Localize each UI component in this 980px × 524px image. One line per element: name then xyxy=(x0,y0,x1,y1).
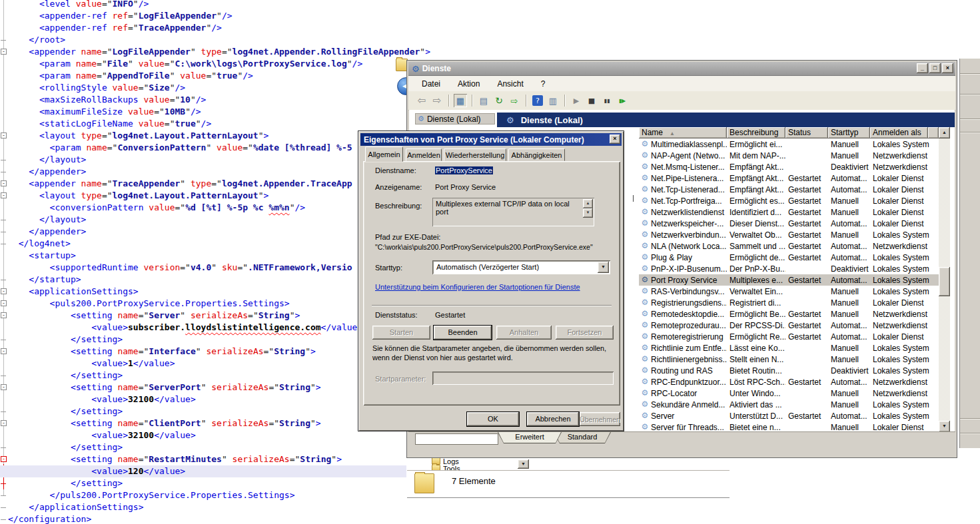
fold-marker[interactable]: - xyxy=(1,420,7,426)
table-row[interactable]: ⚙Sekundäre Anmeld...Aktiviert das ...Man… xyxy=(639,399,939,410)
column-header-starttyp[interactable]: Starttyp xyxy=(828,127,870,138)
table-row[interactable]: ⚙Netzwerkverbindun...Verwaltet Ob...Gest… xyxy=(639,229,939,240)
close-icon[interactable]: × xyxy=(610,134,620,144)
description-field[interactable]: Multiplexes external TCP/IP data on loca… xyxy=(432,198,594,226)
column-header-status[interactable]: Status xyxy=(785,127,828,138)
start-service-icon[interactable]: ▶ xyxy=(570,94,583,107)
window-titlebar[interactable]: ⚙ Dienste _□× xyxy=(408,62,955,76)
start-params-label: Startparameter: xyxy=(375,375,426,383)
refresh-icon[interactable]: ↻ xyxy=(492,94,506,107)
export-list-icon[interactable]: ⇨ xyxy=(508,94,521,107)
table-row[interactable]: ⚙RAS-Verbindungsv...Verwaltet Ein...Manu… xyxy=(639,286,939,297)
ok-button[interactable]: OK xyxy=(467,412,519,426)
table-row[interactable]: ⚙Remotedesktopdie...Ermöglicht Be...Gest… xyxy=(639,308,939,320)
service-logon-as: Lokaler Dienst xyxy=(870,196,939,206)
list-item[interactable]: Tools xyxy=(407,464,460,470)
service-gear-icon: ⚙ xyxy=(639,196,651,206)
help-icon[interactable]: ? xyxy=(532,95,543,106)
startup-help-link[interactable]: Unterstützung beim Konfigurieren der Sta… xyxy=(375,283,580,291)
explorer-folder-list[interactable]: Logs Tools xyxy=(407,458,730,470)
fold-marker[interactable]: - xyxy=(1,384,7,390)
properties-icon[interactable]: ▤ xyxy=(477,94,490,107)
fold-marker[interactable]: - xyxy=(1,300,7,306)
fold-marker[interactable]: - xyxy=(1,348,7,354)
table-row[interactable]: ⚙Richtlinie zum Entfe...Lässt eine Ko...… xyxy=(639,342,939,354)
minimize-button[interactable]: _ xyxy=(917,63,928,73)
tab-wiederherstellung[interactable]: Wiederherstellung xyxy=(444,148,506,161)
tab-erweitert[interactable]: Erweitert xyxy=(498,432,562,443)
scroll-up-icon[interactable]: ▲ xyxy=(939,127,950,138)
restart-service-icon[interactable]: ▮▶ xyxy=(616,94,629,107)
new-window-icon[interactable]: ▥ xyxy=(546,94,560,107)
table-row[interactable]: ⚙Richtlinienergebniss...Stellt einen N..… xyxy=(639,354,939,365)
fold-marker[interactable]: - xyxy=(1,456,7,462)
table-row[interactable]: ⚙RemoteregistrierungErmöglicht Re...Gest… xyxy=(639,331,939,342)
service-gear-icon: ⚙ xyxy=(639,230,651,240)
table-row[interactable]: ⚙NLA (Network Loca...Sammelt und ...Gest… xyxy=(639,240,939,252)
table-row[interactable]: ⚙Registrierungsdiens...Registriert di...… xyxy=(639,297,939,308)
close-button[interactable]: × xyxy=(942,63,953,73)
table-row[interactable]: ⚙Net.Tcp-Portfreiga...Ermöglicht es...Ge… xyxy=(639,195,939,206)
table-row[interactable]: ⚙Net.Msmq-Listener...Empfängt Akt...Deak… xyxy=(639,161,939,172)
table-row[interactable]: ⚙NetzwerklistendienstIdentifiziert d...G… xyxy=(639,206,939,218)
service-logon-as: Lokales System xyxy=(870,276,939,285)
tab-allgemein[interactable]: Allgemein xyxy=(365,146,403,162)
chevron-down-icon[interactable]: ▼ xyxy=(598,262,609,273)
fold-end-tick xyxy=(1,244,6,244)
tree-item-dienste-lokal[interactable]: ⚙ Dienste (Lokal) xyxy=(415,113,495,125)
column-header-anmeldenals[interactable]: Anmelden als xyxy=(870,127,928,138)
start-type-select[interactable]: Automatisch (Verzögerter Start) ▼ xyxy=(432,260,610,274)
service-name: Registrierungsdiens... xyxy=(651,298,727,308)
forward-icon[interactable]: ⇨ xyxy=(430,94,444,107)
table-row[interactable]: ⚙ServerUnterstützt D...GestartetAutomat.… xyxy=(639,410,939,421)
table-row[interactable]: ⚙Multimediaklassenpl...Ermöglicht ei...M… xyxy=(639,138,939,150)
service-starttype: Automat... xyxy=(828,321,870,330)
dropdown-button[interactable]: ▼ xyxy=(518,459,529,469)
table-row[interactable]: ⚙Port Proxy ServiceMultiplexes e...Gesta… xyxy=(639,274,939,286)
fold-marker[interactable]: - xyxy=(1,49,7,55)
fold-marker[interactable]: - xyxy=(1,192,7,198)
table-row[interactable]: ⚙RPC-Endpunktzuor...Löst RPC-Sch...Gesta… xyxy=(639,376,939,388)
fold-marker[interactable]: - xyxy=(1,132,7,138)
scroll-up-icon[interactable]: ▲ xyxy=(583,199,593,208)
table-row[interactable]: ⚙RPC-LocatorUnter Windo...ManuellNetzwer… xyxy=(639,388,939,399)
table-row[interactable]: ⚙PnP-X-IP-Busenum...Der PnP-X-Bu...Deakt… xyxy=(639,263,939,274)
scroll-down-icon[interactable]: ▼ xyxy=(939,421,950,432)
table-row[interactable]: ⚙Net.Pipe-Listenera...Empfängt Akt...Ges… xyxy=(639,172,939,184)
table-row[interactable]: ⚙Plug & PlayErmöglicht de...GestartetAut… xyxy=(639,252,939,263)
vertical-scrollbar[interactable]: ▲ ▼ xyxy=(939,127,950,432)
scrollbar-thumb[interactable] xyxy=(939,267,950,296)
pause-service-icon[interactable]: ▮▮ xyxy=(600,94,614,107)
table-row[interactable]: ⚙Server für Threads...Bietet eine n...Ma… xyxy=(639,421,939,432)
service-description: Empfängt Akt... xyxy=(727,162,785,172)
cancel-button[interactable]: Abbrechen xyxy=(527,412,579,426)
stop-service-icon[interactable]: ■ xyxy=(585,94,598,107)
menu-item-[interactable]: ? xyxy=(541,79,546,89)
tab-anmelden[interactable]: Anmelden xyxy=(406,148,442,161)
column-header-name[interactable]: Name▲ xyxy=(639,127,727,138)
back-icon[interactable]: ⇦ xyxy=(415,94,428,107)
menu-item-ansicht[interactable]: Ansicht xyxy=(497,79,523,89)
code-line: <value>1</value> xyxy=(8,358,175,370)
service-name-value[interactable]: PortProxyService xyxy=(435,166,493,174)
table-row[interactable]: ⚙Remoteprozedurau...Der RPCSS-Di...Gesta… xyxy=(639,320,939,331)
console-tree-icon[interactable]: ▦ xyxy=(454,94,467,107)
service-starttype: Automat... xyxy=(828,332,870,342)
tab-standard[interactable]: Standard xyxy=(554,432,611,443)
menu-item-aktion[interactable]: Aktion xyxy=(458,79,480,89)
scroll-down-icon[interactable]: ▼ xyxy=(583,208,593,218)
maximize-button[interactable]: □ xyxy=(929,63,941,73)
table-row[interactable]: ⚙NAP-Agent (Netwo...Mit dem NAP-...Manue… xyxy=(639,150,939,161)
table-row[interactable]: ⚙Netzwerkspeicher-...Dieser Dienst...Ges… xyxy=(639,218,939,229)
fold-marker[interactable]: - xyxy=(1,312,7,318)
fold-marker[interactable]: - xyxy=(1,180,7,186)
menu-item-datei[interactable]: Datei xyxy=(422,79,440,89)
stop-button[interactable]: Beenden xyxy=(434,326,492,340)
dialog-titlebar[interactable]: Eigenschaften von Port Proxy Service (Lo… xyxy=(360,133,622,146)
footer-input[interactable] xyxy=(415,433,498,445)
table-row[interactable]: ⚙Net.Tcp-Listenerad...Empfängt Akt...Ges… xyxy=(639,184,939,195)
tab-abhngigkeiten[interactable]: Abhängigkeiten xyxy=(508,148,565,161)
table-row[interactable]: ⚙Routing und RASBietet Routin...Deaktivi… xyxy=(639,365,939,376)
column-header-beschreibung[interactable]: Beschreibung xyxy=(727,127,785,138)
fold-marker[interactable]: - xyxy=(1,288,7,294)
